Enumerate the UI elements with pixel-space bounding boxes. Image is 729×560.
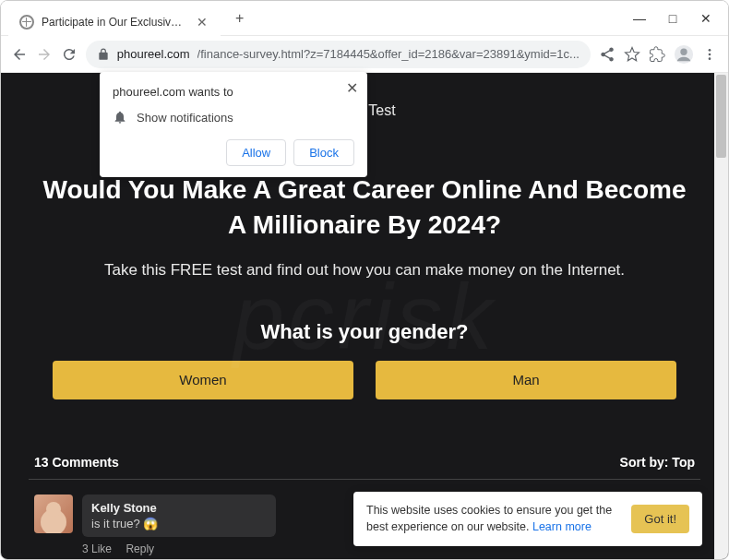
reply-button[interactable]: Reply: [125, 542, 154, 555]
notification-close-icon[interactable]: ✕: [346, 79, 358, 97]
close-window-button[interactable]: ✕: [699, 6, 713, 31]
tab-title: Participate in Our Exclusive Onlin: [42, 16, 187, 29]
browser-tab[interactable]: Participate in Our Exclusive Onlin ✕: [8, 8, 221, 36]
bookmark-button[interactable]: [623, 42, 640, 67]
notification-message: Show notifications: [137, 111, 233, 125]
notification-permission-popup: ✕ phoureel.com wants to Show notificatio…: [100, 72, 367, 177]
cookie-accept-button[interactable]: Got it!: [631, 505, 689, 533]
forward-button[interactable]: [35, 42, 53, 67]
star-icon: [624, 46, 640, 63]
bell-icon: [113, 110, 127, 125]
share-icon: [599, 46, 615, 63]
menu-button[interactable]: [701, 42, 719, 67]
question: What is your gender?: [29, 320, 700, 344]
avatar-icon: [674, 44, 694, 65]
subhead: Take this FREE test and find out how you…: [29, 261, 700, 280]
cookie-learn-more-link[interactable]: Learn more: [532, 520, 592, 533]
comments-sort[interactable]: Sort by: Top: [620, 455, 695, 470]
avatar[interactable]: [34, 494, 73, 533]
notification-origin: phoureel.com wants to: [113, 85, 354, 99]
svg-point-4: [709, 57, 711, 60]
scrollbar-thumb[interactable]: [716, 75, 726, 158]
comment-text: is it true? 😱: [91, 517, 267, 530]
profile-button[interactable]: [674, 42, 694, 67]
tab-close-icon[interactable]: ✕: [195, 15, 209, 30]
titlebar: Participate in Our Exclusive Onlin ✕ + —…: [1, 1, 728, 36]
block-button[interactable]: Block: [293, 139, 354, 166]
reload-button[interactable]: [61, 42, 78, 67]
like-button[interactable]: 3 Like: [82, 542, 112, 555]
cookie-banner: This website uses cookies to ensure you …: [353, 492, 702, 546]
svg-point-3: [709, 53, 711, 55]
comment-author[interactable]: Kelly Stone: [91, 501, 267, 515]
minimize-button[interactable]: —: [632, 6, 647, 31]
url-domain: phoureel.com: [117, 47, 190, 61]
arrow-left-icon: [11, 46, 28, 63]
allow-button[interactable]: Allow: [226, 139, 286, 166]
address-bar[interactable]: phoureel.com/finance-survey.html?z=71844…: [86, 41, 591, 68]
arrow-right-icon: [36, 46, 53, 63]
url-path: /finance-survey.html?z=7184445&offer_id=…: [197, 47, 580, 61]
new-tab-button[interactable]: +: [228, 6, 251, 30]
svg-point-2: [709, 49, 711, 52]
lock-icon: [97, 48, 110, 61]
comments-count: 13 Comments: [34, 455, 119, 470]
headline: Would You Make A Great Career Online And…: [29, 173, 700, 243]
puzzle-icon: [649, 46, 665, 63]
scrollbar[interactable]: [714, 73, 728, 559]
reload-icon: [61, 46, 78, 63]
toolbar: phoureel.com/finance-survey.html?z=71844…: [1, 36, 728, 73]
kebab-icon: [702, 47, 717, 62]
option-women-button[interactable]: Women: [53, 361, 353, 399]
extensions-button[interactable]: [648, 42, 665, 67]
option-man-button[interactable]: Man: [376, 361, 676, 399]
maximize-button[interactable]: □: [665, 6, 680, 31]
back-button[interactable]: [10, 42, 28, 67]
globe-icon: [19, 15, 34, 30]
svg-point-1: [680, 48, 687, 54]
share-button[interactable]: [598, 42, 615, 67]
